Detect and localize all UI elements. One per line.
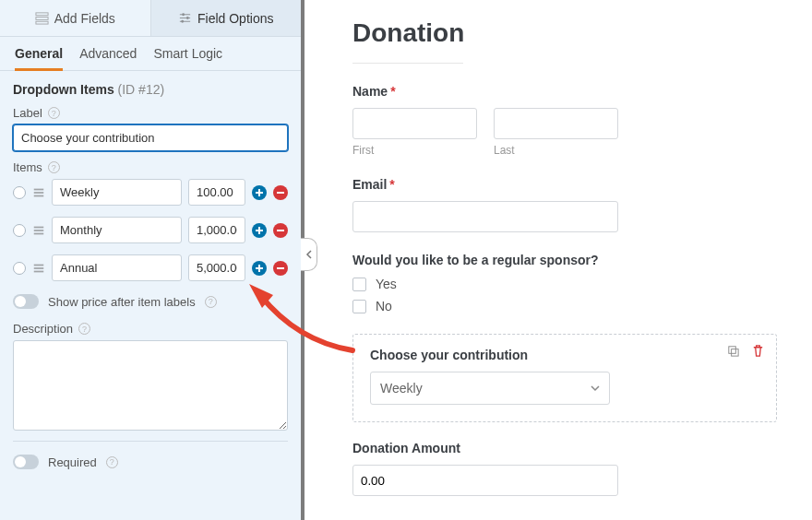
sub-tab-smart-logic[interactable]: Smart Logic [153, 46, 222, 70]
item-value-input[interactable] [188, 179, 245, 206]
minus-icon [276, 264, 285, 273]
item-delete-button[interactable] [273, 261, 288, 276]
donation-amount-field: Donation Amount [352, 441, 777, 496]
grid-icon [35, 11, 49, 25]
required-row: Required ? [13, 455, 288, 469]
first-name-input[interactable] [352, 108, 477, 139]
sidebar: Add Fields Field Options General Advance… [0, 0, 304, 520]
donation-amount-label: Donation Amount [352, 441, 777, 455]
sponsor-option-no[interactable]: No [352, 299, 777, 313]
show-price-label: Show price after item labels [48, 295, 196, 309]
svg-rect-28 [732, 349, 739, 357]
form-title: Donation [352, 18, 777, 48]
sponsor-field: Would you like to be a regular sponsor? … [352, 253, 777, 313]
items-caption-row: Items ? [13, 160, 288, 174]
tab-field-options-label: Field Options [197, 11, 273, 26]
email-input[interactable] [352, 201, 618, 232]
email-label: Email* [352, 177, 777, 192]
label-input[interactable] [13, 124, 288, 151]
sponsor-label: Would you like to be a regular sponsor? [352, 253, 777, 267]
sub-tab-advanced[interactable]: Advanced [79, 46, 137, 70]
minus-icon [276, 188, 285, 197]
checkbox-icon [352, 300, 366, 313]
panel-title-id: (ID #12) [118, 82, 165, 97]
plus-icon [255, 188, 264, 197]
svg-rect-2 [36, 21, 48, 24]
item-default-radio[interactable] [13, 262, 26, 275]
label-caption-row: Label ? [13, 106, 288, 120]
svg-rect-27 [729, 347, 736, 354]
sliders-icon [178, 11, 192, 25]
item-default-radio[interactable] [13, 224, 26, 237]
first-sublabel: First [352, 144, 477, 157]
items-caption: Items [13, 160, 42, 174]
required-label: Required [48, 455, 97, 469]
item-default-radio[interactable] [13, 186, 26, 199]
item-label-input[interactable] [52, 217, 182, 243]
drag-handle-icon[interactable] [32, 224, 45, 237]
svg-point-6 [186, 17, 189, 19]
item-row [13, 179, 288, 206]
name-row: First Last [352, 108, 777, 157]
help-icon[interactable]: ? [48, 161, 60, 173]
help-icon[interactable]: ? [78, 323, 90, 335]
plus-icon [255, 264, 264, 273]
drag-handle-icon[interactable] [32, 186, 45, 199]
contribution-select[interactable]: Weekly [370, 372, 610, 405]
required-mark: * [390, 84, 395, 99]
donation-amount-input[interactable] [352, 465, 618, 496]
show-price-toggle[interactable] [13, 294, 39, 309]
item-add-button[interactable] [252, 223, 267, 238]
panel-title: Dropdown Items (ID #12) [13, 82, 288, 97]
svg-rect-1 [36, 18, 48, 20]
email-field: Email* [352, 177, 777, 232]
svg-point-8 [181, 20, 184, 23]
item-delete-button[interactable] [273, 223, 288, 238]
contribution-label: Choose your contribution [370, 348, 759, 362]
item-add-button[interactable] [252, 261, 267, 276]
panel-divider [13, 441, 288, 442]
sub-tabs: General Advanced Smart Logic [0, 37, 301, 71]
item-label-input[interactable] [52, 254, 182, 281]
required-toggle[interactable] [13, 455, 39, 469]
name-label: Name* [352, 84, 777, 99]
item-row [13, 254, 288, 281]
sponsor-option-yes[interactable]: Yes [352, 277, 777, 291]
contribution-selected: Weekly [370, 372, 610, 405]
help-icon[interactable]: ? [106, 456, 118, 468]
item-label-input[interactable] [52, 179, 182, 206]
item-row [13, 217, 288, 243]
duplicate-icon[interactable] [726, 344, 740, 358]
item-value-input[interactable] [188, 254, 245, 281]
svg-point-4 [182, 13, 185, 16]
description-textarea[interactable] [13, 340, 288, 431]
tab-add-fields[interactable]: Add Fields [0, 0, 151, 36]
description-caption: Description [13, 322, 73, 336]
drag-handle-icon[interactable] [32, 262, 45, 275]
sub-tab-general[interactable]: General [15, 46, 63, 70]
minus-icon [276, 226, 285, 235]
required-mark: * [389, 177, 394, 192]
item-add-button[interactable] [252, 185, 267, 200]
chevron-left-icon [305, 250, 313, 259]
contribution-field-block[interactable]: Choose your contribution Weekly [352, 334, 777, 422]
tab-field-options[interactable]: Field Options [151, 0, 302, 36]
top-tabs: Add Fields Field Options [0, 0, 301, 37]
svg-rect-0 [36, 13, 48, 16]
help-icon[interactable]: ? [205, 296, 217, 308]
trash-icon[interactable] [751, 344, 765, 358]
field-block-actions [726, 344, 765, 358]
panel-title-prefix: Dropdown Items [13, 82, 114, 97]
item-value-input[interactable] [188, 217, 245, 243]
title-rule [352, 63, 463, 64]
label-caption: Label [13, 106, 42, 120]
last-name-input[interactable] [494, 108, 618, 139]
sidebar-collapse-handle[interactable] [301, 238, 317, 271]
form-preview: Donation Name* First Last Email* Would y… [308, 0, 812, 520]
item-delete-button[interactable] [273, 185, 288, 200]
help-icon[interactable]: ? [48, 107, 60, 119]
checkbox-icon [352, 278, 366, 291]
plus-icon [255, 226, 264, 235]
name-field: Name* First Last [352, 84, 777, 157]
last-sublabel: Last [494, 144, 618, 157]
